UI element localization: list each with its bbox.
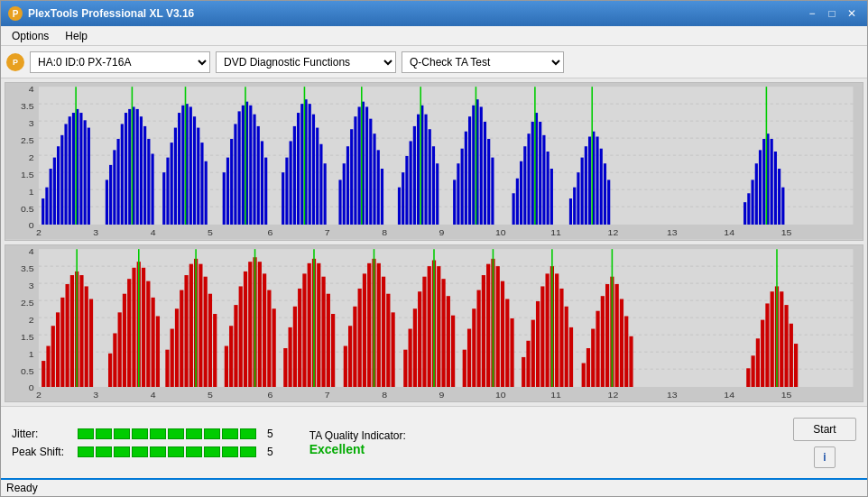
svg-rect-255 [298,288,301,386]
svg-rect-233 [189,263,193,386]
svg-rect-114 [405,156,408,225]
minimize-button[interactable]: − [804,5,820,22]
svg-rect-151 [581,158,584,225]
svg-rect-173 [39,249,854,387]
svg-text:3.5: 3.5 [21,102,34,111]
svg-rect-331 [780,291,783,387]
svg-rect-83 [261,141,263,225]
svg-rect-137 [516,179,519,225]
svg-rect-36 [57,146,60,225]
peak-shift-row: Peak Shift: 5 [12,446,273,458]
svg-rect-70 [200,143,203,225]
svg-rect-42 [79,113,82,225]
svg-rect-218 [118,312,122,387]
svg-text:4: 4 [151,229,156,238]
maximize-button[interactable]: □ [824,5,840,22]
svg-rect-261 [327,293,330,386]
svg-rect-46 [106,179,108,225]
info-button[interactable]: i [814,446,836,468]
svg-rect-113 [402,172,404,225]
svg-text:4: 4 [151,391,156,400]
svg-rect-55 [140,116,143,225]
svg-rect-269 [367,262,371,386]
svg-rect-69 [197,128,199,225]
svg-text:12: 12 [608,391,619,400]
svg-rect-88 [290,141,292,225]
test-select[interactable]: Q-Check TA Test [402,51,564,73]
svg-rect-307 [555,273,559,387]
svg-rect-168 [774,152,777,225]
svg-rect-214 [89,299,93,386]
svg-rect-93 [309,104,311,225]
svg-rect-221 [132,267,135,386]
device-select[interactable]: HA:0 ID:0 PX-716A [30,51,210,73]
svg-rect-327 [761,319,764,386]
peak-shift-bars [78,446,256,457]
peak-seg-1 [78,446,94,457]
svg-rect-133 [487,139,490,225]
jitter-seg-7 [186,428,202,439]
svg-rect-304 [540,286,544,387]
svg-rect-35 [53,158,56,225]
peak-seg-5 [150,446,166,457]
svg-rect-312 [582,363,586,386]
svg-rect-316 [601,296,605,387]
svg-text:6: 6 [268,229,273,238]
svg-text:15: 15 [781,391,792,400]
status-bar: Jitter: 5 [1,406,867,478]
svg-rect-64 [178,113,180,225]
menu-options[interactable]: Options [5,28,56,43]
svg-rect-223 [142,267,145,386]
jitter-seg-6 [168,428,184,439]
svg-rect-103 [354,116,356,225]
svg-rect-128 [468,116,471,225]
svg-rect-51 [125,113,127,225]
jitter-seg-10 [240,428,256,439]
svg-text:3: 3 [93,391,98,400]
svg-rect-169 [778,169,780,225]
svg-rect-34 [50,169,52,225]
svg-rect-57 [147,139,150,225]
svg-text:0.5: 0.5 [21,367,34,376]
svg-rect-317 [605,283,609,386]
svg-rect-235 [199,263,202,386]
function-select[interactable]: DVD Diagnostic Functions [216,51,396,73]
svg-rect-167 [771,139,773,225]
svg-rect-278 [413,308,417,387]
svg-rect-37 [60,135,63,225]
svg-rect-213 [85,286,88,387]
svg-text:13: 13 [667,391,678,400]
jitter-seg-2 [96,428,112,439]
svg-rect-47 [109,165,112,225]
svg-rect-277 [409,328,412,386]
svg-rect-136 [512,193,515,225]
top-chart: 4 3.5 3 2.5 2 1.5 1 0.5 0 2 3 4 5 6 7 [5,82,863,241]
action-panel: Start i [793,418,856,468]
svg-rect-141 [531,122,534,225]
svg-rect-220 [127,279,131,387]
svg-rect-162 [752,179,754,225]
svg-rect-319 [615,283,619,386]
peak-seg-8 [204,446,220,457]
svg-rect-250 [272,308,276,387]
menu-help[interactable]: Help [58,28,95,43]
svg-rect-61 [166,158,169,225]
svg-rect-238 [213,314,217,387]
svg-rect-81 [253,115,255,225]
close-button[interactable]: ✕ [844,5,860,22]
svg-rect-265 [348,326,352,387]
title-bar-left: P PlexTools Professional XL V3.16 [8,6,194,21]
svg-rect-210 [70,275,74,387]
svg-rect-155 [596,136,598,224]
svg-rect-82 [257,126,260,225]
svg-rect-48 [113,150,115,225]
svg-rect-44 [88,128,90,225]
main-window: P PlexTools Professional XL V3.16 − □ ✕ … [0,0,868,497]
svg-rect-139 [523,146,526,225]
svg-rect-236 [204,276,208,386]
svg-rect-325 [752,355,755,387]
toolbar: P HA:0 ID:0 PX-716A DVD Diagnostic Funct… [1,46,867,78]
svg-rect-224 [146,281,150,386]
start-button[interactable]: Start [793,418,856,441]
svg-rect-120 [429,129,431,225]
